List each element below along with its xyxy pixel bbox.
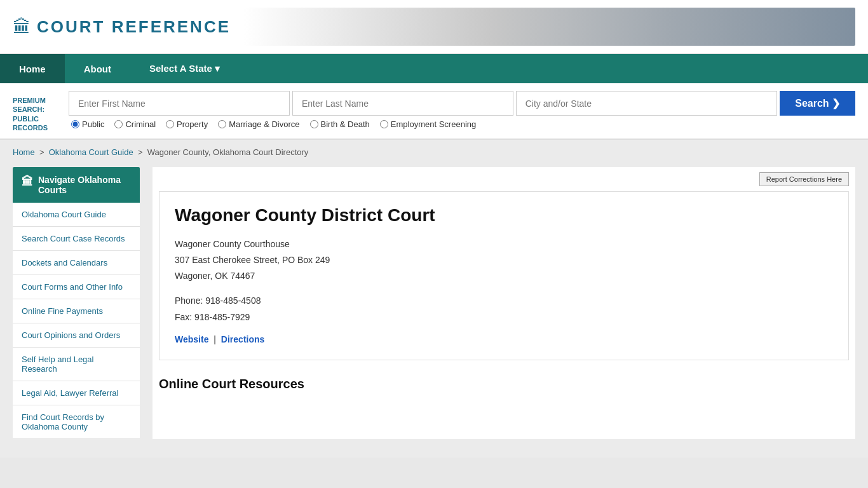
sidebar-court-forms[interactable]: Court Forms and Other Info: [13, 275, 140, 299]
logo-area: 🏛 COURT REFERENCE: [13, 17, 231, 37]
courthouse-icon: 🏛: [13, 17, 31, 37]
court-card: Wagoner County District Court Wagoner Co…: [159, 191, 849, 360]
breadcrumb-state[interactable]: Oklahoma Court Guide: [49, 147, 133, 157]
sidebar-oklahoma-court-guide[interactable]: Oklahoma Court Guide: [13, 203, 140, 227]
court-contact: Phone: 918-485-4508 Fax: 918-485-7929: [175, 293, 833, 325]
sidebar-legal-aid[interactable]: Legal Aid, Lawyer Referral: [13, 381, 140, 405]
nav-home[interactable]: Home: [0, 54, 65, 83]
radio-employment[interactable]: Employment Screening: [380, 119, 476, 129]
radio-criminal[interactable]: Criminal: [114, 119, 156, 129]
sidebar-dockets-calendars[interactable]: Dockets and Calendars: [13, 251, 140, 275]
report-corrections-button[interactable]: Report Corrections Here: [759, 172, 849, 186]
radio-marriage-divorce[interactable]: Marriage & Divorce: [218, 119, 299, 129]
sidebar-court-opinions[interactable]: Court Opinions and Orders: [13, 323, 140, 348]
radio-birth-death[interactable]: Birth & Death: [310, 119, 370, 129]
sidebar: 🏛 Navigate Oklahoma Courts Oklahoma Cour…: [13, 167, 140, 439]
court-title: Wagoner County District Court: [175, 205, 833, 226]
court-phone: Phone: 918-485-4508: [175, 295, 261, 306]
nav-select-state[interactable]: Select A State ▾: [130, 54, 239, 83]
header-background: [243, 8, 855, 46]
radio-property[interactable]: Property: [166, 119, 208, 129]
breadcrumb-current: Wagoner County, Oklahoma Court Directory: [147, 147, 309, 157]
premium-label: PREMIUM SEARCH: PUBLIC RECORDS: [13, 91, 64, 132]
court-address-line3: Wagoner, OK 74467: [175, 271, 255, 281]
report-btn-row: Report Corrections Here: [153, 167, 855, 191]
header: 🏛 COURT REFERENCE: [0, 0, 868, 54]
search-button[interactable]: Search ❯: [780, 91, 855, 116]
main-nav: Home About Select A State ▾: [0, 54, 868, 83]
court-address-line2: 307 East Cherokee Street, PO Box 249: [175, 255, 330, 265]
courthouse-sidebar-icon: 🏛: [22, 175, 33, 189]
court-links: Website | Directions: [175, 334, 833, 344]
logo-text: COURT REFERENCE: [37, 17, 231, 37]
city-state-input[interactable]: [516, 91, 777, 116]
nav-about[interactable]: About: [65, 54, 130, 83]
last-name-input[interactable]: [292, 91, 513, 116]
main-panel: Report Corrections Here Wagoner County D…: [153, 167, 855, 439]
main-wrapper: Home > Oklahoma Court Guide > Wagoner Co…: [0, 140, 868, 458]
content-area: 🏛 Navigate Oklahoma Courts Oklahoma Cour…: [0, 157, 868, 449]
breadcrumb-home[interactable]: Home: [13, 147, 35, 157]
sidebar-fine-payments[interactable]: Online Fine Payments: [13, 299, 140, 323]
court-fax: Fax: 918-485-7929: [175, 312, 250, 322]
radio-public[interactable]: Public: [71, 119, 104, 129]
sidebar-find-records[interactable]: Find Court Records by Oklahoma County: [13, 405, 140, 439]
search-row: Search ❯: [69, 91, 855, 116]
sidebar-header-label: Navigate Oklahoma Courts: [38, 175, 131, 195]
sidebar-header: 🏛 Navigate Oklahoma Courts: [13, 167, 140, 203]
breadcrumb: Home > Oklahoma Court Guide > Wagoner Co…: [0, 140, 868, 157]
sidebar-self-help[interactable]: Self Help and Legal Research: [13, 348, 140, 381]
online-resources-title: Online Court Resources: [153, 367, 855, 396]
court-info: Wagoner County Courthouse 307 East Chero…: [175, 236, 833, 285]
court-address-line1: Wagoner County Courthouse: [175, 239, 290, 249]
court-website-link[interactable]: Website: [175, 334, 208, 344]
search-inputs: Search ❯ Public Criminal Property Marria…: [69, 91, 855, 129]
court-directions-link[interactable]: Directions: [221, 334, 264, 344]
search-bar: PREMIUM SEARCH: PUBLIC RECORDS Search ❯ …: [0, 83, 868, 140]
first-name-input[interactable]: [69, 91, 290, 116]
sidebar-search-court-records[interactable]: Search Court Case Records: [13, 227, 140, 251]
radio-row: Public Criminal Property Marriage & Divo…: [69, 119, 855, 129]
